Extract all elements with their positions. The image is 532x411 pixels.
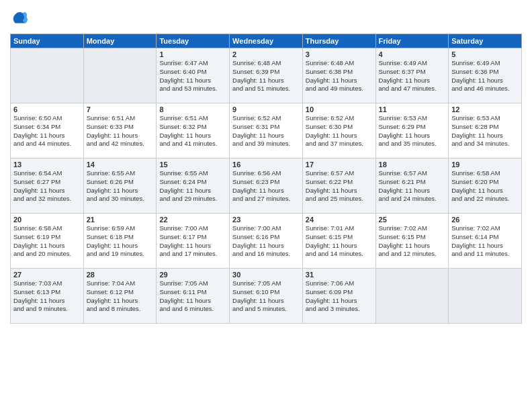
sunrise-text: Sunrise: 6:48 AM: [232, 59, 300, 68]
sunset-text: Sunset: 6:24 PM: [159, 178, 226, 187]
calendar-cell: 8Sunrise: 6:51 AMSunset: 6:32 PMDaylight…: [157, 103, 230, 158]
calendar-cell: 5Sunrise: 6:49 AMSunset: 6:36 PMDaylight…: [449, 48, 522, 103]
sunrise-text: Sunrise: 6:52 AM: [232, 114, 300, 123]
daylight-text-cont: and and 22 minutes.: [451, 195, 519, 203]
calendar-cell: 21Sunrise: 6:59 AMSunset: 6:18 PMDayligh…: [83, 214, 157, 269]
sunrise-text: Sunrise: 7:02 AM: [451, 224, 519, 233]
sunset-text: Sunset: 6:12 PM: [87, 288, 154, 297]
sunset-text: Sunset: 6:09 PM: [306, 288, 373, 297]
col-header-monday: Monday: [83, 34, 157, 48]
daylight-text: Daylight: 11 hours: [306, 297, 373, 306]
day-number: 18: [379, 161, 446, 169]
daylight-text-cont: and and 8 minutes.: [87, 305, 154, 314]
daylight-text: Daylight: 11 hours: [306, 132, 373, 140]
daylight-text-cont: and and 42 minutes.: [87, 140, 154, 148]
day-number: 4: [379, 50, 446, 58]
page: SundayMondayTuesdayWednesdayThursdayFrid…: [0, 0, 532, 411]
daylight-text: Daylight: 11 hours: [379, 187, 446, 195]
daylight-text-cont: and and 32 minutes.: [13, 195, 81, 203]
day-number: 31: [306, 271, 373, 279]
sunset-text: Sunset: 6:28 PM: [451, 123, 519, 132]
daylight-text: Daylight: 11 hours: [159, 77, 226, 85]
sunrise-text: Sunrise: 6:49 AM: [379, 59, 446, 68]
col-header-saturday: Saturday: [449, 34, 522, 48]
day-number: 21: [87, 216, 154, 224]
day-number: 11: [379, 105, 446, 113]
daylight-text: Daylight: 11 hours: [232, 77, 300, 85]
sunset-text: Sunset: 6:15 PM: [306, 233, 373, 242]
day-number: 26: [451, 216, 519, 224]
day-number: 19: [451, 161, 519, 169]
sunset-text: Sunset: 6:17 PM: [159, 233, 226, 242]
daylight-text-cont: and and 20 minutes.: [13, 250, 81, 259]
sunset-text: Sunset: 6:13 PM: [13, 288, 81, 297]
day-number: 3: [306, 50, 373, 58]
sunrise-text: Sunrise: 6:53 AM: [379, 114, 446, 123]
sunset-text: Sunset: 6:34 PM: [13, 123, 81, 132]
calendar-week-row: 6Sunrise: 6:50 AMSunset: 6:34 PMDaylight…: [11, 103, 522, 158]
calendar-cell: 31Sunrise: 7:06 AMSunset: 6:09 PMDayligh…: [302, 269, 375, 324]
sunrise-text: Sunrise: 6:56 AM: [232, 169, 300, 178]
calendar-cell: [375, 269, 449, 324]
day-number: 30: [232, 271, 300, 279]
calendar-cell: [449, 269, 522, 324]
daylight-text: Daylight: 11 hours: [87, 132, 154, 140]
header: [10, 7, 522, 28]
calendar-header-row: SundayMondayTuesdayWednesdayThursdayFrid…: [11, 34, 522, 48]
daylight-text: Daylight: 11 hours: [451, 187, 519, 195]
daylight-text-cont: and and 27 minutes.: [232, 195, 300, 203]
daylight-text: Daylight: 11 hours: [306, 77, 373, 85]
sunset-text: Sunset: 6:15 PM: [379, 233, 446, 242]
sunrise-text: Sunrise: 6:55 AM: [87, 169, 154, 178]
calendar-week-row: 13Sunrise: 6:54 AMSunset: 6:27 PMDayligh…: [11, 158, 522, 214]
sunrise-text: Sunrise: 7:00 AM: [232, 224, 300, 233]
sunset-text: Sunset: 6:11 PM: [159, 288, 226, 297]
daylight-text: Daylight: 11 hours: [379, 77, 446, 85]
calendar-cell: 23Sunrise: 7:00 AMSunset: 6:16 PMDayligh…: [230, 214, 303, 269]
calendar-cell: 7Sunrise: 6:51 AMSunset: 6:33 PMDaylight…: [83, 103, 157, 158]
daylight-text-cont: and and 14 minutes.: [306, 250, 373, 259]
calendar-cell: 16Sunrise: 6:56 AMSunset: 6:23 PMDayligh…: [230, 158, 303, 214]
daylight-text-cont: and and 9 minutes.: [13, 305, 81, 314]
daylight-text-cont: and and 47 minutes.: [379, 85, 446, 93]
sunrise-text: Sunrise: 6:59 AM: [87, 224, 154, 233]
calendar-cell: 14Sunrise: 6:55 AMSunset: 6:26 PMDayligh…: [83, 158, 157, 214]
day-number: 5: [451, 50, 519, 58]
sunrise-text: Sunrise: 6:53 AM: [451, 114, 519, 123]
col-header-tuesday: Tuesday: [157, 34, 230, 48]
daylight-text: Daylight: 11 hours: [87, 242, 154, 250]
sunrise-text: Sunrise: 6:50 AM: [13, 114, 81, 123]
col-header-friday: Friday: [375, 34, 449, 48]
sunrise-text: Sunrise: 6:51 AM: [159, 114, 226, 123]
calendar-cell: 30Sunrise: 7:05 AMSunset: 6:10 PMDayligh…: [230, 269, 303, 324]
daylight-text-cont: and and 11 minutes.: [451, 250, 519, 259]
sunrise-text: Sunrise: 6:55 AM: [159, 169, 226, 178]
calendar-cell: 29Sunrise: 7:05 AMSunset: 6:11 PMDayligh…: [157, 269, 230, 324]
day-number: 29: [159, 271, 226, 279]
sunset-text: Sunset: 6:27 PM: [13, 178, 81, 187]
day-number: 9: [232, 105, 300, 113]
daylight-text: Daylight: 11 hours: [379, 242, 446, 250]
calendar-cell: 15Sunrise: 6:55 AMSunset: 6:24 PMDayligh…: [157, 158, 230, 214]
sunset-text: Sunset: 6:29 PM: [379, 123, 446, 132]
daylight-text: Daylight: 11 hours: [13, 187, 81, 195]
calendar-table: SundayMondayTuesdayWednesdayThursdayFrid…: [10, 34, 522, 324]
sunrise-text: Sunrise: 6:49 AM: [451, 59, 519, 68]
day-number: 24: [306, 216, 373, 224]
calendar-cell: 26Sunrise: 7:02 AMSunset: 6:14 PMDayligh…: [449, 214, 522, 269]
daylight-text: Daylight: 11 hours: [379, 132, 446, 140]
daylight-text-cont: and and 34 minutes.: [451, 140, 519, 148]
day-number: 22: [159, 216, 226, 224]
sunset-text: Sunset: 6:30 PM: [306, 123, 373, 132]
daylight-text-cont: and and 44 minutes.: [13, 140, 81, 148]
sunset-text: Sunset: 6:40 PM: [159, 68, 226, 77]
day-number: 13: [13, 161, 81, 169]
day-number: 1: [159, 50, 226, 58]
day-number: 15: [159, 161, 226, 169]
calendar-cell: [11, 48, 84, 103]
daylight-text: Daylight: 11 hours: [87, 187, 154, 195]
sunrise-text: Sunrise: 6:52 AM: [306, 114, 373, 123]
daylight-text: Daylight: 11 hours: [232, 187, 300, 195]
col-header-thursday: Thursday: [302, 34, 375, 48]
sunset-text: Sunset: 6:39 PM: [232, 68, 300, 77]
